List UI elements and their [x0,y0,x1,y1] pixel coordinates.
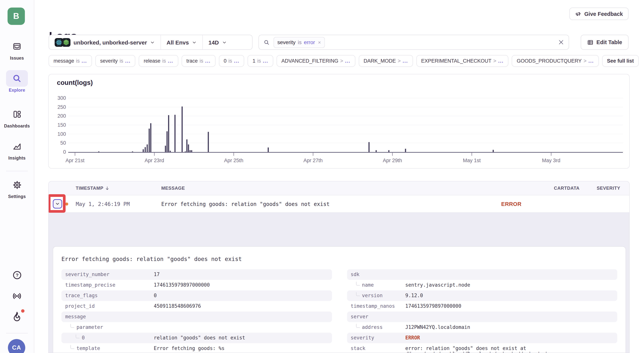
filter-chip-experimental_checkout[interactable]: EXPERIMENTAL_CHECKOUT>... [416,55,508,67]
detail-attributes-left: severity_number17timestamp_precise174613… [62,269,332,353]
filter-chip-advanced_filtering[interactable]: ADVANCED_FILTERING>... [276,55,355,67]
attribute-key: name [362,282,374,288]
detail-row-severity_number: severity_number17 [62,269,332,280]
attribute-value: J12PWN42YQ.localdomain [405,322,473,332]
org-logo[interactable]: B [8,8,25,25]
chart-bar[interactable] [165,146,166,152]
attribute-key: version [362,293,383,298]
chart-bar[interactable] [376,150,377,152]
chart-bar[interactable] [168,115,169,152]
chart-bar[interactable] [145,147,146,152]
bar-chart[interactable]: 050100150200250300Apr 21stApr 23rdApr 25… [48,74,629,168]
token-remove-icon[interactable]: × [318,40,321,45]
attribute-key: parameter [76,324,103,330]
chart-bar[interactable] [166,131,168,152]
sidebar-item-insights[interactable]: Insights [0,138,34,160]
tree-connector [76,334,80,338]
chart-bar[interactable] [405,149,406,152]
column-header-timestamp[interactable]: TIMESTAMP [72,186,158,191]
search-input[interactable]: severity is error × [258,35,569,50]
chart-bar[interactable] [493,150,494,152]
help-button[interactable]: ? [0,270,34,280]
svg-text:May 3rd: May 3rd [542,158,560,163]
chart-bar[interactable] [188,144,189,152]
chart-bar[interactable] [132,151,133,152]
svg-text:?: ? [16,273,18,278]
environment-selector[interactable]: All Envs [160,35,202,49]
chevron-down-icon [55,201,60,206]
project-selector[interactable]: unborked, unborked-server [49,35,160,49]
avatar[interactable]: CA [8,339,25,353]
filter-chip-trace[interactable]: traceis... [182,55,215,67]
svg-text:300: 300 [58,95,66,101]
chart-bar[interactable] [170,151,171,152]
chart-bar[interactable] [186,139,188,152]
project-platform-icons [55,38,70,47]
edit-table-button[interactable]: Edit Table [581,35,628,50]
sidebar-item-settings[interactable]: Settings [0,177,34,199]
filter-chip-dark_mode[interactable]: DARK_MODE>... [359,55,413,67]
attribute-value: 0 [154,290,160,300]
chart-bar[interactable] [150,123,151,152]
attribute-key: project_id [65,303,95,309]
chart-bar[interactable] [146,144,148,152]
chart-title: count(logs) [57,79,93,87]
detail-row-address: addressJ12PWN42YQ.localdomain [347,322,617,333]
sidebar-item-dashboards[interactable]: Dashboards [0,106,34,128]
chart-bar[interactable] [368,142,370,152]
filter-chip-1[interactable]: 1is... [248,55,273,67]
see-full-list-chip[interactable]: See full list [602,55,639,67]
onboarding-button[interactable] [0,311,34,321]
svg-text:250: 250 [58,104,66,110]
chart-bar[interactable] [268,147,269,152]
filter-chip-0[interactable]: 0is... [219,55,244,67]
detail-row-template: templateError fetching goods: %s [62,343,332,353]
filter-chip-severity[interactable]: severityis... [95,55,136,67]
search-token-severity[interactable]: severity is error × [274,37,325,48]
chart-bar[interactable] [98,151,99,152]
sidebar-item-issues[interactable]: Issues [0,38,34,60]
filter-chip-release[interactable]: releaseis... [139,55,178,67]
chevron-down-icon [222,40,227,45]
chart-bar[interactable] [182,107,183,152]
whats-new-button[interactable] [0,291,34,301]
edit-table-label: Edit Table [596,39,622,45]
clear-search-icon[interactable] [558,39,564,45]
log-message: Error fetching goods: relation "goods" d… [158,201,500,207]
detail-row-severity: severityERROR [347,333,617,343]
attribute-value: error: relation "goods" does not exist a… [405,343,560,353]
flame-icon [12,311,22,321]
chart-bar[interactable] [190,150,191,152]
node-platform-icon [62,38,70,47]
chart-bar[interactable] [143,149,144,152]
attribute-value: 1746135979897000000 [405,301,464,311]
table-icon [587,39,594,46]
broadcast-icon [12,291,22,301]
detail-row-parameter: parameter [62,322,332,333]
filter-chip-goods_productquery[interactable]: GOODS_PRODUCTQUERY>... [512,55,599,67]
chart-bar[interactable] [388,150,390,152]
expand-row-button[interactable] [53,199,62,209]
environment-selector-label: All Envs [166,39,189,46]
chart-bar[interactable] [185,151,186,152]
column-header-message[interactable]: MESSAGE [158,186,500,191]
sidebar-item-label: Dashboards [4,124,30,128]
chevron-down-icon [192,40,197,45]
token-key: severity [277,39,296,45]
filter-chip-message[interactable]: messageis... [48,55,92,67]
attribute-key: message [65,314,86,319]
give-feedback-button[interactable]: Give Feedback [569,8,628,20]
column-header-severity[interactable]: SEVERITY [582,186,629,191]
date-range-label: 14D [208,39,219,46]
date-range-selector[interactable]: 14D [202,35,232,49]
chart-bar[interactable] [208,132,209,152]
sidebar-item-explore[interactable]: Explore [0,70,34,92]
chart-bar[interactable] [149,129,150,152]
column-header-cartdata[interactable]: CARTDATA [500,186,582,191]
log-row[interactable]: May 1, 2:46:19 PM Error fetching goods: … [48,195,629,213]
detail-row-sdk: sdk [347,269,617,280]
annotation-click-dot [65,203,68,206]
detail-row-0: 0relation "goods" does not exist [62,333,332,343]
chart-bar[interactable] [174,115,176,152]
chart-bar[interactable] [191,150,192,152]
